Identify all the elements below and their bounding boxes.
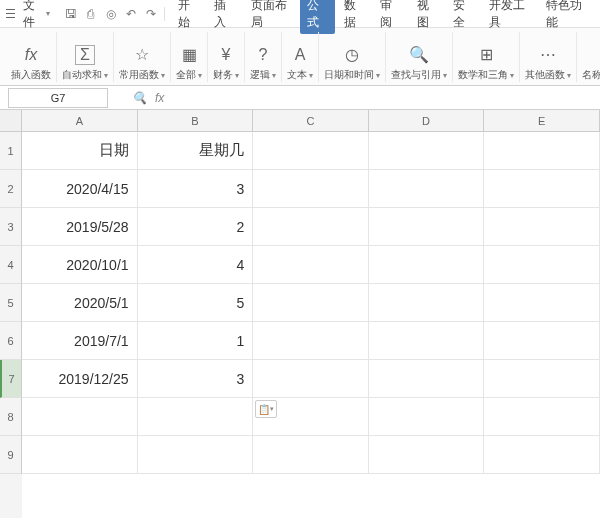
cell-d3[interactable] bbox=[369, 208, 485, 246]
row-header-6[interactable]: 6 bbox=[0, 322, 22, 360]
logic-fn-button[interactable]: ?逻辑 bbox=[245, 32, 282, 82]
col-header-c[interactable]: C bbox=[253, 110, 369, 132]
table-row: 2019/5/28 2 bbox=[22, 208, 600, 246]
math-fn-button[interactable]: ⊞数学和三角 bbox=[453, 32, 520, 82]
fx-label[interactable]: fx bbox=[155, 91, 164, 105]
cell-c2[interactable] bbox=[253, 170, 369, 208]
col-header-d[interactable]: D bbox=[369, 110, 485, 132]
cell-d2[interactable] bbox=[369, 170, 485, 208]
tab-data[interactable]: 数据 bbox=[337, 0, 371, 34]
tab-layout[interactable]: 页面布局 bbox=[244, 0, 299, 34]
cell-e5[interactable] bbox=[484, 284, 600, 322]
all-fn-button[interactable]: ▦全部 bbox=[171, 32, 208, 82]
cell-b7[interactable]: 3 bbox=[138, 360, 254, 398]
cell-e4[interactable] bbox=[484, 246, 600, 284]
cell-e9[interactable] bbox=[484, 436, 600, 474]
file-menu[interactable]: 文件▾ bbox=[17, 0, 55, 34]
cell-c3[interactable] bbox=[253, 208, 369, 246]
tab-dev[interactable]: 开发工具 bbox=[482, 0, 537, 34]
cell-d5[interactable] bbox=[369, 284, 485, 322]
other-fn-button[interactable]: ⋯其他函数 bbox=[520, 32, 577, 82]
cell-b4[interactable]: 4 bbox=[138, 246, 254, 284]
cell-d7[interactable] bbox=[369, 360, 485, 398]
cell-c4[interactable] bbox=[253, 246, 369, 284]
cell-e6[interactable] bbox=[484, 322, 600, 360]
lookup-fn-button[interactable]: 🔍查找与引用 bbox=[386, 32, 453, 82]
cell-e3[interactable] bbox=[484, 208, 600, 246]
cell-a6[interactable]: 2019/7/1 bbox=[22, 322, 138, 360]
tab-start[interactable]: 开始 bbox=[171, 0, 205, 34]
col-header-b[interactable]: B bbox=[138, 110, 254, 132]
tab-review[interactable]: 审阅 bbox=[373, 0, 407, 34]
cell-b6[interactable]: 1 bbox=[138, 322, 254, 360]
row-header-8[interactable]: 8 bbox=[0, 398, 22, 436]
row-header-7[interactable]: 7 bbox=[0, 360, 22, 398]
cell-b5[interactable]: 5 bbox=[138, 284, 254, 322]
cell-c8[interactable]: 📋▾ bbox=[253, 398, 369, 436]
row-header-1[interactable]: 1 bbox=[0, 132, 22, 170]
col-header-e[interactable]: E bbox=[484, 110, 600, 132]
cell-d1[interactable] bbox=[369, 132, 485, 170]
tab-formula[interactable]: 公式 bbox=[300, 0, 334, 34]
cell-c5[interactable] bbox=[253, 284, 369, 322]
insert-function-button[interactable]: fx插入函数 bbox=[6, 32, 57, 82]
table-row: 2020/5/1 5 bbox=[22, 284, 600, 322]
cell-b3[interactable]: 2 bbox=[138, 208, 254, 246]
select-all-corner[interactable] bbox=[0, 110, 22, 132]
finance-fn-button[interactable]: ¥财务 bbox=[208, 32, 245, 82]
name-manager-button[interactable]: ⊞名称管理器 bbox=[577, 32, 600, 82]
common-fn-button[interactable]: ☆常用函数 bbox=[114, 32, 171, 82]
cell-a2[interactable]: 2020/4/15 bbox=[22, 170, 138, 208]
row-headers: 1 2 3 4 5 6 7 8 9 bbox=[0, 110, 22, 518]
row-header-4[interactable]: 4 bbox=[0, 246, 22, 284]
name-box[interactable]: G7 bbox=[8, 88, 108, 108]
text-fn-button[interactable]: A文本 bbox=[282, 32, 319, 82]
ribbon: fx插入函数 Σ自动求和 ☆常用函数 ▦全部 ¥财务 ?逻辑 A文本 ◷日期和时… bbox=[0, 28, 600, 86]
tab-view[interactable]: 视图 bbox=[410, 0, 444, 34]
cell-e8[interactable] bbox=[484, 398, 600, 436]
row-header-9[interactable]: 9 bbox=[0, 436, 22, 474]
cell-c6[interactable] bbox=[253, 322, 369, 360]
cell-e7[interactable] bbox=[484, 360, 600, 398]
col-header-a[interactable]: A bbox=[22, 110, 138, 132]
cell-a4[interactable]: 2020/10/1 bbox=[22, 246, 138, 284]
cell-a8[interactable] bbox=[22, 398, 138, 436]
preview-icon[interactable]: ◎ bbox=[104, 7, 118, 21]
table-row: 2019/7/1 1 bbox=[22, 322, 600, 360]
row-header-3[interactable]: 3 bbox=[0, 208, 22, 246]
tab-security[interactable]: 安全 bbox=[446, 0, 480, 34]
cell-a5[interactable]: 2020/5/1 bbox=[22, 284, 138, 322]
cell-b1[interactable]: 星期几 bbox=[138, 132, 254, 170]
cell-b9[interactable] bbox=[138, 436, 254, 474]
print-icon[interactable]: ⎙ bbox=[84, 7, 98, 21]
cell-c7[interactable] bbox=[253, 360, 369, 398]
autosum-button[interactable]: Σ自动求和 bbox=[57, 32, 114, 82]
cell-c1[interactable] bbox=[253, 132, 369, 170]
tab-cloud[interactable]: 特色功能 bbox=[539, 0, 594, 34]
cell-b8[interactable] bbox=[138, 398, 254, 436]
cell-b2[interactable]: 3 bbox=[138, 170, 254, 208]
tab-insert[interactable]: 插入 bbox=[207, 0, 241, 34]
hamburger-icon[interactable] bbox=[6, 9, 15, 18]
save-icon[interactable]: 🖫 bbox=[64, 7, 78, 21]
cell-e2[interactable] bbox=[484, 170, 600, 208]
redo-icon[interactable]: ↷ bbox=[144, 7, 158, 21]
cell-a7[interactable]: 2019/12/25 bbox=[22, 360, 138, 398]
table-row: 📋▾ bbox=[22, 398, 600, 436]
cell-a9[interactable] bbox=[22, 436, 138, 474]
cell-d6[interactable] bbox=[369, 322, 485, 360]
datetime-fn-button[interactable]: ◷日期和时间 bbox=[319, 32, 386, 82]
paste-options-icon[interactable]: 📋▾ bbox=[255, 400, 277, 418]
cell-a3[interactable]: 2019/5/28 bbox=[22, 208, 138, 246]
cell-d9[interactable] bbox=[369, 436, 485, 474]
undo-icon[interactable]: ↶ bbox=[124, 7, 138, 21]
cell-c9[interactable] bbox=[253, 436, 369, 474]
row-header-5[interactable]: 5 bbox=[0, 284, 22, 322]
cell-a1[interactable]: 日期 bbox=[22, 132, 138, 170]
cell-e1[interactable] bbox=[484, 132, 600, 170]
table-row bbox=[22, 436, 600, 474]
cell-d8[interactable] bbox=[369, 398, 485, 436]
cell-d4[interactable] bbox=[369, 246, 485, 284]
fx-icon[interactable]: 🔍 bbox=[132, 91, 147, 105]
row-header-2[interactable]: 2 bbox=[0, 170, 22, 208]
